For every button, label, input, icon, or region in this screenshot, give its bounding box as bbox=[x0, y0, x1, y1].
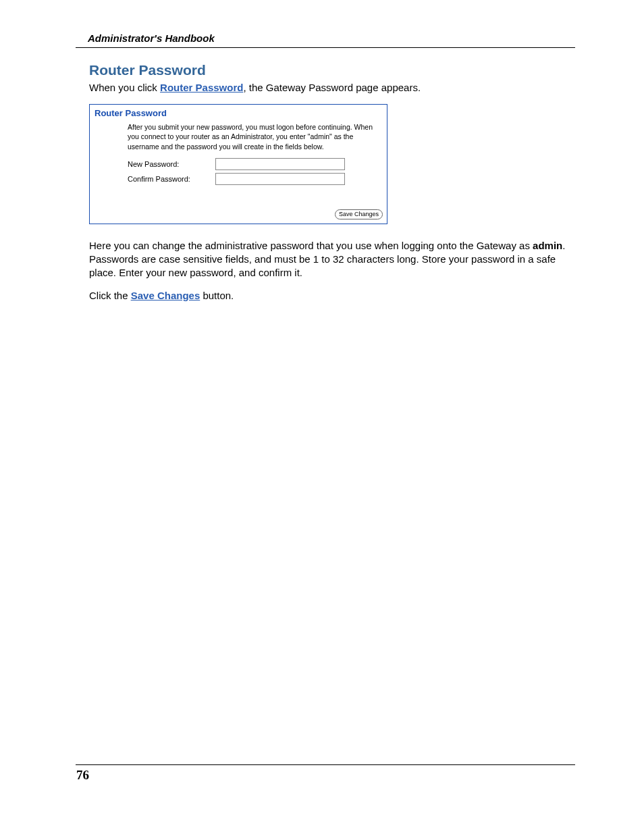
save-changes-button[interactable]: Save Changes bbox=[335, 209, 383, 219]
intro-post: , the Gateway Password page appears. bbox=[243, 82, 421, 93]
click-pre: Click the bbox=[89, 290, 131, 301]
section-title: Router Password bbox=[89, 62, 574, 78]
description-paragraph: Here you can change the administrative p… bbox=[89, 239, 574, 280]
desc-bold-admin: admin bbox=[533, 240, 562, 251]
page-number: 76 bbox=[76, 768, 89, 783]
router-password-panel: Router Password After you submit your ne… bbox=[89, 104, 387, 224]
intro-paragraph: When you click Router Password, the Gate… bbox=[89, 81, 574, 95]
confirm-password-label: Confirm Password: bbox=[128, 175, 215, 183]
header-rule bbox=[76, 47, 575, 48]
new-password-label: New Password: bbox=[128, 160, 215, 168]
new-password-row: New Password: bbox=[128, 158, 379, 170]
click-save-paragraph: Click the Save Changes button. bbox=[89, 289, 574, 303]
desc-pre: Here you can change the administrative p… bbox=[89, 240, 533, 251]
router-password-link[interactable]: Router Password bbox=[160, 82, 243, 93]
save-changes-link[interactable]: Save Changes bbox=[131, 290, 200, 301]
click-post: button. bbox=[200, 290, 234, 301]
confirm-password-input[interactable] bbox=[215, 173, 345, 185]
intro-pre: When you click bbox=[89, 82, 160, 93]
new-password-input[interactable] bbox=[215, 158, 345, 170]
footer-rule bbox=[76, 764, 575, 765]
running-head: Administrator's Handbook bbox=[88, 32, 215, 44]
panel-title: Router Password bbox=[90, 105, 387, 122]
panel-instructions: After you submit your new password, you … bbox=[128, 122, 379, 151]
confirm-password-row: Confirm Password: bbox=[128, 173, 379, 185]
